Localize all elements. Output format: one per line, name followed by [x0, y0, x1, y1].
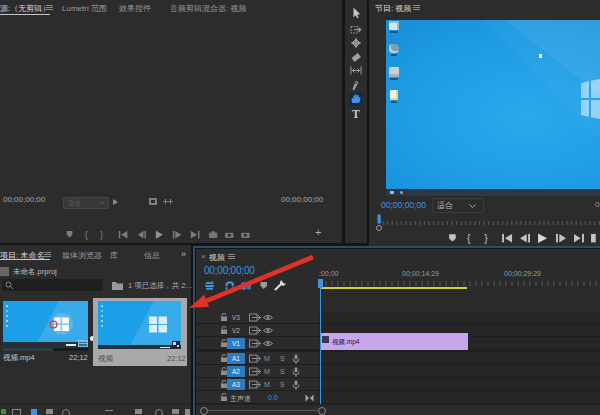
svg-text:}: } [484, 232, 488, 243]
svg-text:}: } [100, 229, 103, 240]
svg-text:{: { [467, 232, 471, 243]
svg-text:T: T [352, 108, 360, 120]
svg-text:{: { [85, 229, 88, 240]
